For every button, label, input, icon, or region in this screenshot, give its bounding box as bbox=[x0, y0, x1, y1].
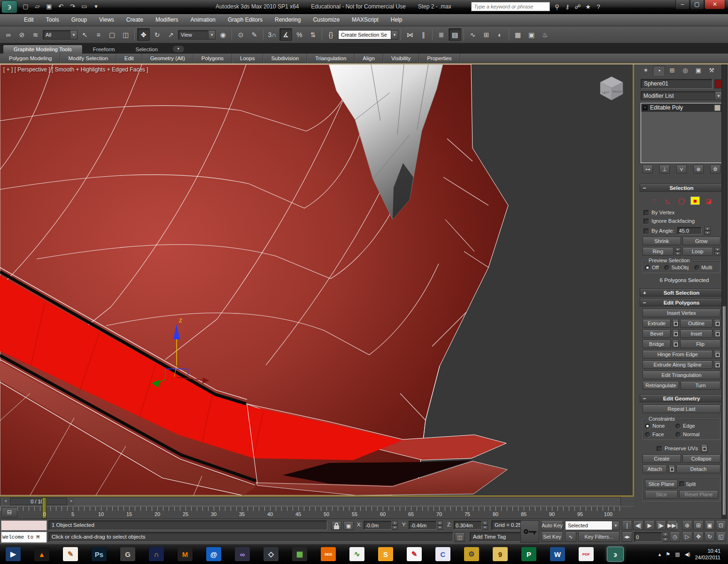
tab-hierarchy[interactable]: ⊞ bbox=[666, 66, 678, 76]
search-icon[interactable]: ⚲ bbox=[553, 3, 561, 10]
repeat-last-button[interactable]: Repeat Last bbox=[643, 405, 720, 413]
selection-lock-toggle[interactable] bbox=[331, 521, 341, 530]
ring-spinner[interactable]: ▴▾ bbox=[675, 247, 681, 256]
reference-coordinate-system-dropdown[interactable]: View▾ bbox=[178, 30, 216, 39]
menu-item-edit[interactable]: Edit bbox=[18, 14, 40, 26]
outline-button[interactable]: Outline bbox=[680, 319, 713, 328]
taskbar-at-app[interactable]: @ bbox=[206, 547, 221, 561]
menu-item-help[interactable]: Help bbox=[385, 14, 409, 26]
keyboard-shortcut-override[interactable]: ✎ bbox=[248, 28, 261, 41]
graphite-ribbon-toggle[interactable]: ▤ bbox=[449, 28, 461, 41]
flip-button[interactable]: Flip bbox=[680, 340, 720, 348]
schematic-view[interactable]: ⊞ bbox=[480, 28, 493, 41]
curve-editor[interactable]: ∿ bbox=[466, 28, 479, 41]
select-and-link[interactable]: ∞ bbox=[2, 28, 15, 41]
configure-modifier-sets-icon[interactable]: ⚙ bbox=[710, 165, 720, 173]
edit-triangulation-button[interactable]: Edit Triangulation bbox=[643, 371, 720, 379]
split-checkbox[interactable] bbox=[679, 481, 684, 486]
outline-settings-button[interactable] bbox=[714, 319, 720, 328]
pin-stack-icon[interactable]: ⊶ bbox=[643, 165, 653, 173]
zoom-all-button[interactable]: ⊞ bbox=[693, 520, 704, 530]
preview-subobj-radio[interactable] bbox=[664, 265, 669, 270]
percent-snap-toggle[interactable]: % bbox=[293, 28, 306, 41]
show-end-result-icon[interactable]: ⊥ bbox=[659, 165, 670, 173]
menu-item-create[interactable]: Create bbox=[120, 14, 149, 26]
constraint-normal-radio[interactable] bbox=[675, 432, 681, 437]
create-button[interactable]: Create bbox=[643, 454, 681, 463]
tab-motion[interactable]: ◎ bbox=[679, 66, 691, 76]
search-input[interactable] bbox=[471, 2, 550, 11]
by-angle-spinner[interactable]: ▴▾ bbox=[705, 227, 711, 235]
save-file-icon[interactable]: ▣ bbox=[44, 2, 54, 11]
taskbar-tools-app[interactable]: ⚙ bbox=[464, 547, 479, 561]
go-to-start-button[interactable]: |◀◀ bbox=[622, 520, 632, 530]
zoom-button[interactable]: ⊕ bbox=[682, 520, 692, 530]
time-slider-forward-button[interactable]: > bbox=[68, 498, 74, 505]
subscription-key-icon[interactable]: ⚷ bbox=[564, 3, 571, 10]
rendered-frame-window[interactable]: ▣ bbox=[525, 28, 538, 41]
maximize-viewport-toggle[interactable]: ◱ bbox=[716, 532, 726, 541]
taskbar-matlab[interactable]: M bbox=[178, 547, 193, 561]
collapse-button[interactable]: Collapse bbox=[682, 454, 721, 463]
key-mode-toggle[interactable]: ◀▶ bbox=[622, 532, 632, 542]
menu-item-rendering[interactable]: Rendering bbox=[269, 14, 307, 26]
undo-icon[interactable]: ↶ bbox=[56, 2, 66, 11]
ribbon-subtab-loops[interactable]: Loops bbox=[232, 54, 263, 63]
ribbon-subtab-triangulation[interactable]: Triangulation bbox=[307, 54, 355, 63]
minimize-button[interactable]: – bbox=[675, 0, 689, 9]
chevron-down-icon[interactable]: ▾ bbox=[612, 521, 619, 530]
taskbar-vlc[interactable]: ▲ bbox=[34, 547, 49, 561]
ribbon-subtab-polygons[interactable]: Polygons bbox=[194, 54, 232, 63]
preview-multi-radio[interactable] bbox=[694, 265, 699, 270]
bevel-button[interactable]: Bevel bbox=[643, 329, 671, 338]
chevron-down-icon[interactable]: ▾ bbox=[715, 92, 722, 100]
extrude-along-spline-settings-button[interactable] bbox=[714, 360, 720, 369]
track-bar[interactable]: 0510152025303540455055606570758085909510… bbox=[0, 506, 634, 518]
insert-vertex-button[interactable]: Insert Vertex bbox=[643, 309, 720, 317]
application-menu-button[interactable]: ϶ bbox=[1, 0, 17, 13]
taskbar-photoshop[interactable]: Ps bbox=[92, 547, 107, 561]
constraint-edge-radio[interactable] bbox=[675, 423, 681, 429]
stack-onoff-icon[interactable] bbox=[714, 105, 720, 111]
taskbar-drawing-app[interactable]: ✎ bbox=[407, 547, 422, 561]
field-of-view-button[interactable]: ▷ bbox=[682, 532, 692, 541]
taskbar-comic-life[interactable]: C bbox=[435, 547, 450, 561]
z-spinner[interactable]: ▴▾ bbox=[482, 521, 488, 530]
tray-volume-icon[interactable]: ◀) bbox=[685, 551, 690, 557]
ribbon-subtab-polygon-modeling[interactable]: Polygon Modeling bbox=[1, 54, 60, 63]
extrude-settings-button[interactable] bbox=[672, 319, 679, 328]
time-slider-back-button[interactable]: < bbox=[3, 498, 9, 505]
grow-button[interactable]: Grow bbox=[682, 237, 721, 245]
layer-manager[interactable]: ≣ bbox=[435, 28, 448, 41]
use-pivot-point-center[interactable]: ◉ bbox=[217, 28, 229, 41]
rollout-header-selection[interactable]: − Selection bbox=[640, 184, 723, 192]
modifier-stack[interactable]: + Editable Poly bbox=[641, 103, 722, 163]
rectangular-selection-region[interactable]: ▢ bbox=[106, 28, 118, 41]
zoom-extents-button[interactable]: ▣ bbox=[705, 520, 715, 530]
stack-expand-icon[interactable]: + bbox=[643, 105, 648, 110]
open-file-icon[interactable]: ▱ bbox=[32, 2, 42, 11]
ribbon-subtab-align[interactable]: Align bbox=[355, 54, 383, 63]
orbit-button[interactable]: ↻ bbox=[705, 532, 715, 541]
y-spinner[interactable]: ▴▾ bbox=[437, 521, 443, 530]
ribbon-tab-graphite-modeling-tools[interactable]: Graphite Modeling Tools bbox=[3, 45, 83, 54]
time-slider-track[interactable]: < 0 / 100 > bbox=[0, 497, 621, 506]
new-key-curve-icon[interactable]: ∿ bbox=[565, 532, 576, 542]
x-coordinate-field[interactable] bbox=[364, 521, 392, 530]
align[interactable]: ∥ bbox=[417, 28, 430, 41]
z-coordinate-field[interactable] bbox=[454, 521, 482, 530]
tab-display[interactable]: ▣ bbox=[692, 66, 705, 76]
pan-button[interactable]: ✥ bbox=[693, 532, 704, 541]
edit-named-selection-sets[interactable]: {} bbox=[325, 28, 337, 41]
slice-plane-button[interactable]: Slice Plane bbox=[645, 480, 678, 488]
next-frame-button[interactable]: |▶ bbox=[656, 520, 666, 530]
bridge-settings-button[interactable] bbox=[672, 340, 679, 348]
bind-to-space-warp[interactable]: ≋ bbox=[29, 28, 42, 41]
previous-frame-button[interactable]: ◀| bbox=[633, 520, 643, 530]
reset-plane-button[interactable]: Reset Plane bbox=[679, 490, 718, 499]
select-object[interactable]: ↖ bbox=[78, 28, 91, 41]
ring-button[interactable]: Ring bbox=[643, 247, 674, 256]
menu-item-tools[interactable]: Tools bbox=[40, 14, 65, 26]
tray-show-hidden-icons[interactable]: ▴ bbox=[658, 551, 661, 557]
taskbar-gimp[interactable]: G bbox=[120, 547, 135, 561]
